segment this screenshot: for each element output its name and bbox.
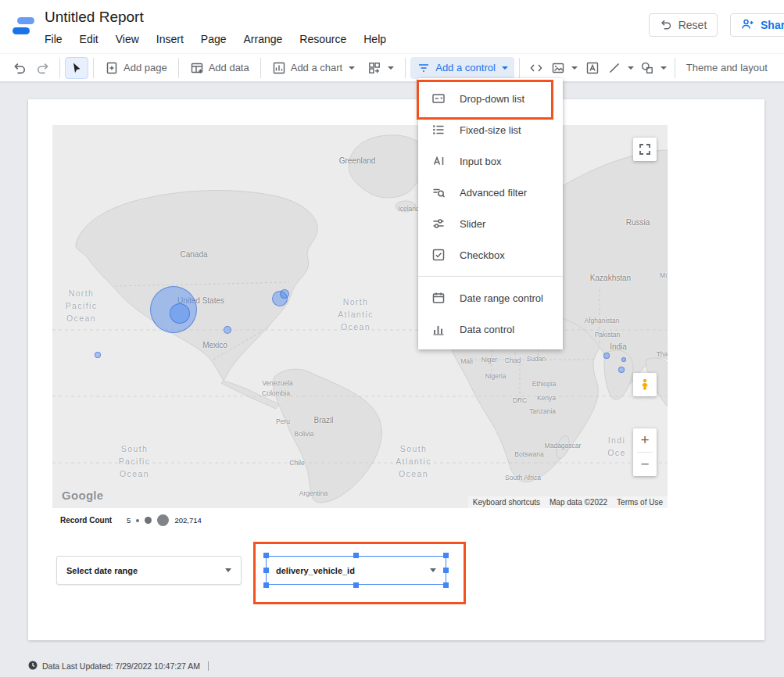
- map-bubble[interactable]: [603, 353, 610, 359]
- control-menu-item-label: Slider: [460, 218, 485, 230]
- embed-button[interactable]: [524, 57, 548, 79]
- control-menu-item-label: Advanced filter: [460, 187, 527, 199]
- text-box-icon: [585, 61, 600, 75]
- menu-help[interactable]: Help: [355, 31, 395, 47]
- map-fullscreen-button[interactable]: [633, 138, 657, 161]
- terms-of-use-link[interactable]: Terms of Use: [617, 498, 663, 507]
- checkbox-icon: [431, 247, 446, 263]
- undo-arc-icon: [660, 18, 672, 33]
- last-updated-text: Data Last Updated: 7/29/2022 10:47:27 AM: [42, 661, 200, 671]
- share-button[interactable]: Share: [730, 13, 784, 37]
- chevron-down-icon: [660, 66, 667, 70]
- map-bubble[interactable]: [224, 326, 231, 334]
- advanced-filter-icon: [431, 184, 446, 200]
- data-studio-logo-icon[interactable]: [10, 13, 37, 39]
- toolbar-divider: [59, 58, 60, 78]
- toolbar-divider: [675, 58, 675, 78]
- toolbar-divider: [260, 58, 261, 78]
- control-menu-item-data-control[interactable]: Data control: [418, 313, 563, 345]
- map-bubble[interactable]: [170, 303, 190, 324]
- person-add-icon: [740, 17, 754, 34]
- menu-file[interactable]: File: [36, 31, 71, 47]
- selection-handle[interactable]: [353, 582, 359, 588]
- map-bubble[interactable]: [618, 367, 625, 373]
- add-chart-button[interactable]: Add a chart: [266, 57, 362, 79]
- chevron-down-icon: [628, 66, 634, 70]
- community-visualizations-button[interactable]: [361, 57, 400, 79]
- toolbar-divider: [93, 58, 94, 78]
- line-tool-button[interactable]: [604, 57, 637, 79]
- menu-view[interactable]: View: [107, 31, 148, 47]
- map-bubble[interactable]: [280, 289, 289, 299]
- legend-dot-large: [157, 514, 169, 526]
- control-menu-item-label: Checkbox: [460, 249, 505, 261]
- control-menu-item-drop-down-list[interactable]: Drop-down list: [418, 83, 563, 114]
- legend-max-value: 202,714: [174, 516, 201, 525]
- control-menu-item-label: Fixed-size list: [460, 124, 521, 136]
- zoom-in-button[interactable]: +: [633, 428, 657, 452]
- filter-lines-icon: [417, 61, 431, 75]
- add-page-label: Add page: [124, 62, 167, 73]
- selection-handle[interactable]: [263, 553, 269, 558]
- control-menu-item-date-range-control[interactable]: Date range control: [418, 282, 563, 313]
- select-tool-button[interactable]: [65, 57, 88, 79]
- report-canvas[interactable]: GreenlandIcelandCanadaUnited StatesMexic…: [28, 99, 764, 640]
- chevron-down-icon: [430, 568, 436, 572]
- control-menu-item-label: Input box: [460, 156, 502, 167]
- undo-icon: [13, 61, 27, 75]
- selection-handle[interactable]: [443, 582, 449, 588]
- app-window: Untitled Report FileEditViewInsertPageAr…: [0, 0, 784, 677]
- text-tool-button[interactable]: [581, 57, 604, 79]
- control-menu-item-slider[interactable]: Slider: [418, 208, 563, 239]
- map-bubble[interactable]: [621, 357, 626, 362]
- add-data-button[interactable]: Add data: [184, 57, 256, 79]
- report-title[interactable]: Untitled Report: [45, 9, 144, 26]
- menu-page[interactable]: Page: [192, 31, 235, 47]
- data-control-icon: [431, 321, 446, 337]
- chevron-down-icon: [571, 66, 578, 70]
- toolbar-divider: [519, 58, 520, 78]
- vehicle-dropdown-control[interactable]: delivery_vehicle_id: [266, 556, 446, 585]
- add-control-button[interactable]: Add a control: [410, 57, 514, 79]
- cursor-icon: [70, 62, 83, 74]
- selection-handle[interactable]: [353, 553, 359, 558]
- selection-handle[interactable]: [263, 568, 269, 573]
- selection-handle[interactable]: [443, 568, 449, 573]
- pegman-icon: [639, 378, 651, 391]
- image-tool-button[interactable]: [548, 57, 581, 79]
- add-data-label: Add data: [209, 62, 249, 73]
- menu-resource[interactable]: Resource: [291, 31, 355, 47]
- pegman-button[interactable]: [633, 373, 657, 396]
- selection-handle[interactable]: [263, 582, 269, 588]
- control-menu-item-input-box[interactable]: Input box: [418, 145, 563, 177]
- redo-button[interactable]: [31, 57, 55, 79]
- control-menu-item-fixed-size-list[interactable]: Fixed-size list: [418, 114, 563, 145]
- data-freshness-footer: Data Last Updated: 7/29/2022 10:47:27 AM: [28, 661, 209, 672]
- vehicle-dropdown-label: delivery_vehicle_id: [276, 566, 355, 575]
- legend-dot-small: [136, 519, 139, 522]
- add-page-button[interactable]: Add page: [98, 57, 174, 79]
- menu-edit[interactable]: Edit: [71, 31, 107, 47]
- zoom-out-button[interactable]: −: [633, 453, 657, 476]
- map-data-copyright: Map data ©2022: [550, 498, 607, 507]
- date-range-control[interactable]: Select date range: [56, 556, 242, 585]
- menu-arrange[interactable]: Arrange: [235, 31, 292, 47]
- shape-tool-button[interactable]: [637, 57, 670, 79]
- theme-and-layout-button[interactable]: Theme and layout: [686, 62, 768, 73]
- control-menu-item-checkbox[interactable]: Checkbox: [418, 239, 563, 270]
- undo-button[interactable]: [8, 57, 31, 79]
- map-attribution: Keyboard shortcutsMap data ©2022Terms of…: [468, 496, 668, 508]
- map-bubble[interactable]: [95, 352, 101, 358]
- geo-bubble-map[interactable]: GreenlandIcelandCanadaUnited StatesMexic…: [52, 125, 668, 508]
- keyboard-shortcuts-link[interactable]: Keyboard shortcuts: [473, 498, 540, 507]
- control-menu-item-advanced-filter[interactable]: Advanced filter: [418, 177, 563, 208]
- menu-insert[interactable]: Insert: [148, 31, 192, 47]
- image-icon: [551, 61, 565, 75]
- menu-divider: [418, 276, 563, 277]
- vehicle-dropdown-box[interactable]: delivery_vehicle_id: [266, 556, 446, 585]
- selection-handle[interactable]: [443, 553, 449, 558]
- share-label: Share: [761, 19, 784, 31]
- reset-button[interactable]: Reset: [649, 13, 718, 37]
- legend-dot-medium: [145, 517, 152, 524]
- community-viz-icon: [367, 61, 381, 75]
